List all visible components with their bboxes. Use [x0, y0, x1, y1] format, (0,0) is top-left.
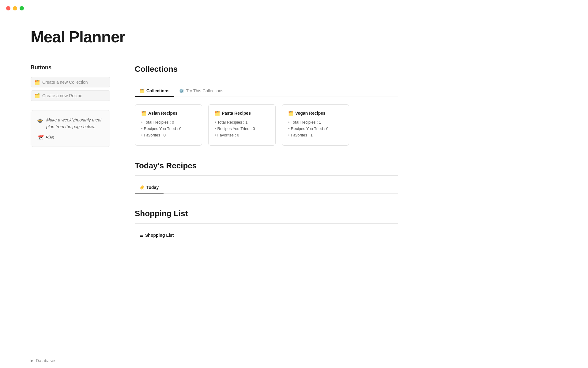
card-asian-tried: Recipes You Tried : 0	[141, 126, 196, 131]
main-area: Collections 🗂️ Collections ⚙️ Try This C…	[135, 64, 398, 257]
tab-shopping-list[interactable]: ☰ Shopping List	[135, 230, 179, 241]
create-collection-label: Create a new Collection	[42, 80, 88, 85]
tab-today-label: Today	[146, 185, 159, 190]
card-vegan-title-label: Vegan Recipes	[295, 111, 326, 116]
callout-plan-link[interactable]: 📅 Plan	[37, 135, 104, 140]
callout-body: Make a weekly/monthly meal plan from the…	[46, 117, 104, 130]
shopping-list-section: Shopping List ☰ Shopping List	[135, 209, 398, 241]
todays-recipes-divider	[135, 175, 398, 176]
traffic-lights	[6, 6, 24, 10]
card-pasta-tried: Recipes You Tried : 0	[215, 126, 269, 131]
card-asian-title: 🗂️ Asian Recipes	[141, 111, 196, 116]
create-recipe-button[interactable]: 🗂️ Create a new Recipe	[31, 90, 110, 101]
collections-divider	[135, 79, 398, 79]
shopping-list-divider	[135, 223, 398, 224]
traffic-light-green[interactable]	[20, 6, 24, 10]
tab-shopping-label: Shopping List	[145, 233, 174, 238]
card-pasta-favorites: Favorites : 0	[215, 133, 269, 137]
card-pasta-icon: 🗂️	[215, 111, 220, 116]
tab-collections-label: Collections	[146, 88, 169, 93]
tab-collections[interactable]: 🗂️ Collections	[135, 85, 174, 97]
card-vegan-total: Total Recipies : 1	[288, 120, 343, 125]
card-vegan-tried: Recipes You Tried : 0	[288, 126, 343, 131]
card-asian-favorites: Favorites : 0	[141, 133, 196, 137]
shopping-list-title: Shopping List	[135, 209, 398, 218]
callout-link-label: Plan	[46, 135, 54, 140]
card-pasta-recipes[interactable]: 🗂️ Pasta Recipes Total Recipies : 1 Reci…	[208, 104, 276, 146]
callout-emoji: 🍲	[37, 117, 43, 130]
tab-shopping-icon: ☰	[140, 233, 143, 238]
card-vegan-icon: 🗂️	[288, 111, 293, 116]
collections-section: Collections 🗂️ Collections ⚙️ Try This C…	[135, 64, 398, 146]
callout-box: 🍲 Make a weekly/monthly meal plan from t…	[31, 110, 110, 147]
collections-tabs: 🗂️ Collections ⚙️ Try This Collections	[135, 85, 398, 97]
main-content: Meal Planner Buttons 🗂️ Create a new Col…	[0, 0, 429, 275]
recipe-button-icon: 🗂️	[35, 93, 40, 98]
todays-recipes-title: Today's Recipes	[135, 161, 398, 171]
sidebar-section-title: Buttons	[31, 64, 110, 71]
collection-button-icon: 🗂️	[35, 80, 40, 85]
tab-today[interactable]: ☀️ Today	[135, 182, 164, 194]
card-pasta-total: Total Recipies : 1	[215, 120, 269, 125]
todays-recipes-tabs: ☀️ Today	[135, 182, 398, 194]
databases-label: Databases	[36, 358, 56, 363]
databases-section[interactable]: ▶ Databases	[0, 353, 588, 368]
databases-chevron-icon: ▶	[31, 358, 33, 363]
create-collection-button[interactable]: 🗂️ Create a new Collection	[31, 77, 110, 87]
collections-section-title: Collections	[135, 64, 398, 74]
tab-try-collections-icon: ⚙️	[179, 89, 184, 93]
tab-collections-icon: 🗂️	[140, 89, 145, 93]
create-recipe-label: Create a new Recipe	[42, 93, 82, 98]
card-pasta-title: 🗂️ Pasta Recipes	[215, 111, 269, 116]
card-vegan-favorites: Favorites : 1	[288, 133, 343, 137]
card-vegan-title: 🗂️ Vegan Recipes	[288, 111, 343, 116]
tab-today-icon: ☀️	[140, 185, 145, 190]
traffic-light-yellow[interactable]	[13, 6, 17, 10]
collections-cards-grid: 🗂️ Asian Recipes Total Recipies : 0 Reci…	[135, 104, 398, 146]
card-asian-recipes[interactable]: 🗂️ Asian Recipes Total Recipies : 0 Reci…	[135, 104, 202, 146]
callout-link-emoji: 📅	[37, 135, 43, 140]
traffic-light-red[interactable]	[6, 6, 10, 10]
card-vegan-recipes[interactable]: 🗂️ Vegan Recipes Total Recipies : 1 Reci…	[282, 104, 349, 146]
tab-try-collections-label: Try This Collections	[186, 88, 223, 93]
card-asian-icon: 🗂️	[141, 111, 146, 116]
card-asian-title-label: Asian Recipes	[148, 111, 178, 116]
shopping-list-tabs: ☰ Shopping List	[135, 230, 398, 241]
tab-try-collections[interactable]: ⚙️ Try This Collections	[174, 85, 228, 97]
todays-recipes-section: Today's Recipes ☀️ Today	[135, 161, 398, 194]
page-title: Meal Planner	[31, 28, 398, 46]
sidebar: Buttons 🗂️ Create a new Collection 🗂️ Cr…	[31, 64, 110, 147]
card-asian-total: Total Recipies : 0	[141, 120, 196, 125]
card-pasta-title-label: Pasta Recipes	[222, 111, 251, 116]
callout-text: 🍲 Make a weekly/monthly meal plan from t…	[37, 117, 104, 130]
two-col-layout: Buttons 🗂️ Create a new Collection 🗂️ Cr…	[31, 64, 398, 257]
